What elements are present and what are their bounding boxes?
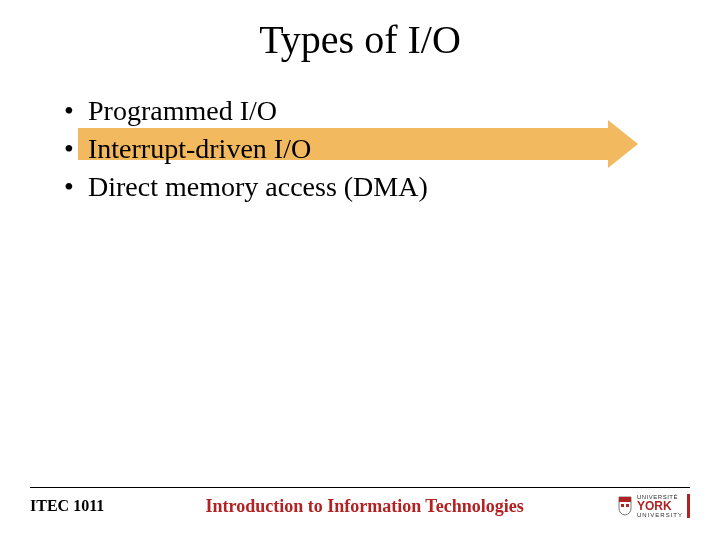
- course-code: ITEC 1011: [30, 497, 124, 515]
- bullet-icon: •: [60, 130, 88, 168]
- logo-sub-text: UNIVERSITY: [637, 512, 683, 518]
- svg-rect-1: [626, 504, 629, 507]
- list-item: • Direct memory access (DMA): [60, 168, 660, 206]
- logo-main-text: YORK: [637, 500, 683, 512]
- bullet-text: Direct memory access (DMA): [88, 168, 428, 206]
- bullet-icon: •: [60, 92, 88, 130]
- footer-divider: [30, 487, 690, 488]
- university-logo: UNIVERSITÉ YORK UNIVERSITY: [605, 494, 690, 518]
- crest-icon: [617, 496, 633, 516]
- list-item: • Interrupt-driven I/O: [60, 130, 660, 168]
- svg-rect-0: [621, 504, 624, 507]
- slide-title: Types of I/O: [0, 16, 720, 63]
- footer-row: ITEC 1011 Introduction to Information Te…: [30, 494, 690, 518]
- bullet-text: Programmed I/O: [88, 92, 277, 130]
- course-title: Introduction to Information Technologies: [124, 496, 605, 517]
- slide: Types of I/O • Programmed I/O • Interrup…: [0, 0, 720, 540]
- footer: ITEC 1011 Introduction to Information Te…: [30, 487, 690, 518]
- bullet-text: Interrupt-driven I/O: [88, 130, 311, 168]
- bullet-list: • Programmed I/O • Interrupt-driven I/O …: [60, 92, 660, 205]
- bullet-icon: •: [60, 168, 88, 206]
- logo-bar-icon: [687, 494, 690, 518]
- list-item: • Programmed I/O: [60, 92, 660, 130]
